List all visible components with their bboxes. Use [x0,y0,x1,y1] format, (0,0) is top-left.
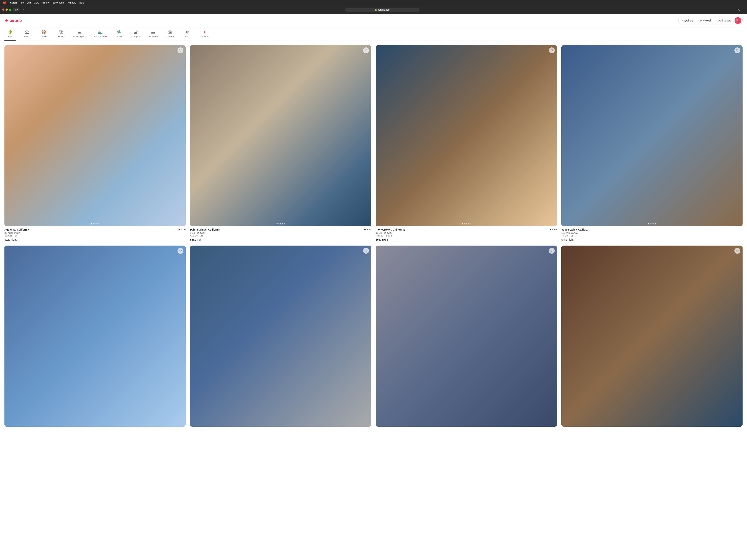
category-label-islands: Islands [58,35,65,38]
listing-info [4,427,186,428]
listing-dot [648,223,649,224]
back-button[interactable]: ‹ [23,8,24,11]
listing-rating: ★4.95 [549,228,557,231]
menu-help[interactable]: Help [79,1,84,4]
address-bar[interactable]: 🔒 airbnb.com [345,7,419,12]
wishlist-button[interactable]: ♡ [363,47,369,53]
listing-title-row: Palm Springs, California ★4.95 [190,228,371,231]
listing-price: $220 night [4,238,186,241]
wishlist-button[interactable]: ♡ [735,47,740,53]
menu-view[interactable]: View [34,1,39,4]
listing-card-4[interactable]: ♡ Yucca Valley, Califor... 101 miles awa… [561,45,743,241]
category-icon-cabins: 🏠 [42,30,47,34]
category-icon-amazing-pools: 🏊 [98,30,103,34]
listing-dot [282,223,283,224]
category-label-national-parks: National parks [73,35,87,38]
category-item-a-frames[interactable]: 🔺 A-frames [199,30,210,41]
listing-card-3[interactable]: ♡ Pioneertown, California ★4.95 101 mile… [376,45,557,241]
category-item-national-parks[interactable]: ⛰ National parks [73,30,87,41]
url-display: airbnb.com [378,8,390,11]
menu-safari[interactable]: Safari [10,1,17,4]
listings-grid: ♡ Aguanga, California ★4.96 87 miles awa… [0,41,747,433]
tab-overview-icon[interactable]: ··· [743,8,745,11]
category-item-cabins[interactable]: 🏠 Cabins [38,30,50,41]
menu-window[interactable]: Window [68,1,76,4]
wishlist-button[interactable]: ♡ [549,47,555,53]
listing-card-8[interactable]: ♡ [561,245,743,428]
listing-card-1[interactable]: ♡ Aguanga, California ★4.96 87 miles awa… [4,45,186,241]
category-label-cabins: Cabins [41,35,47,38]
listing-dot [651,223,652,224]
listing-card-6[interactable]: ♡ [190,245,371,428]
listing-price: $461 night [190,238,371,241]
category-item-design[interactable]: 🏛 Design [165,30,176,41]
menu-edit[interactable]: Edit [27,1,31,4]
listing-distance: 87 miles away [4,232,186,234]
listing-card-7[interactable]: ♡ [376,245,557,428]
star-icon: ★ [364,228,366,231]
listing-price: $537 night [376,238,557,241]
category-item-beach[interactable]: ⛱ Beach [22,30,33,41]
listing-dot [466,223,467,224]
listing-dot [462,223,463,224]
listing-image-container: ♡ [4,245,186,427]
category-item-amazing-pools[interactable]: 🏊 Amazing pools [93,30,107,41]
category-item-desert[interactable]: 🌵 Desert [4,30,16,41]
listing-info [376,427,557,428]
category-item-tiny-homes[interactable]: 🏘 Tiny homes [147,30,159,41]
wishlist-button[interactable]: ♡ [363,248,369,254]
maximize-button[interactable] [9,8,11,11]
search-any-week[interactable]: Any week [697,17,715,24]
star-icon: ★ [549,228,552,231]
listing-card-5[interactable]: ♡ [4,245,186,428]
category-item-camping[interactable]: 🏕 Camping [130,30,141,41]
close-button[interactable] [2,8,4,11]
airbnb-logo-icon: ✦ [4,18,9,24]
listing-dot [469,223,470,224]
listing-image-container: ♡ [190,45,371,226]
listing-dates: Aug 31 – Sep 5 [376,234,557,237]
airbnb-logo-text: airbnb [10,18,22,23]
search-anywhere[interactable]: Anywhere [678,17,697,24]
star-icon: ★ [178,228,180,231]
forward-button[interactable]: › [26,8,26,11]
category-label-omg: OMG! [116,35,122,38]
rating-value: 4.96 [181,228,186,231]
lock-icon: 🔒 [375,8,377,11]
listing-info [561,427,743,428]
listing-dates: Aug 16 – 21 [190,234,371,237]
listing-image [190,245,371,427]
listing-card-2[interactable]: ♡ Palm Springs, California ★4.95 95 mile… [190,45,371,241]
listing-info [190,427,371,428]
listing-dot [464,223,465,224]
wishlist-button[interactable]: ♡ [549,248,555,254]
listing-info: Aguanga, California ★4.96 87 miles away … [4,226,186,241]
listing-dot [91,223,92,224]
search-button[interactable]: 🔍 [735,17,741,24]
minimize-button[interactable] [5,8,8,11]
browser-extras: ⊕ ··· [738,8,745,11]
listing-dot [277,223,278,224]
wishlist-button[interactable]: ♡ [178,248,183,254]
category-label-tiny-homes: Tiny homes [147,35,159,38]
listing-dates: Jul 10 – 15 [561,234,743,237]
wishlist-button[interactable]: ♡ [735,248,740,254]
listing-dot [649,223,651,224]
category-item-islands[interactable]: 🏝 Islands [56,30,67,41]
category-item-omg[interactable]: 🛸 OMG! [113,30,124,41]
category-item-arctic[interactable]: ❄ Arctic [182,30,193,41]
category-label-a-frames: A-frames [200,35,209,38]
sidebar-toggle[interactable]: ▦▾ [14,8,20,11]
wishlist-button[interactable]: ♡ [178,47,183,53]
category-icon-omg: 🛸 [117,30,121,34]
shield-icon: ⊕ [738,8,740,11]
menu-history[interactable]: History [42,1,49,4]
listing-dates: Sep 25 – 30 [4,234,186,237]
menu-bookmarks[interactable]: Bookmarks [52,1,65,4]
listing-price: $489 night [561,238,743,241]
listing-image [190,45,371,226]
airbnb-logo[interactable]: ✦ airbnb [4,18,22,24]
category-label-camping: Camping [131,35,140,38]
menu-file[interactable]: File [20,1,24,4]
search-guests[interactable]: Add guests [715,17,735,24]
